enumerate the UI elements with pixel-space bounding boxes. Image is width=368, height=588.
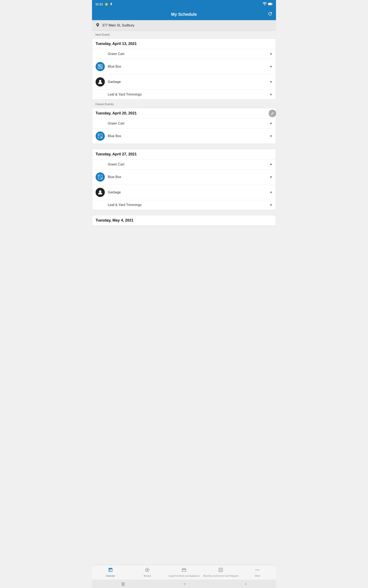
future-event-date-1: Tuesday, April 20, 2021 [92, 108, 276, 119]
edit-button-1[interactable] [269, 110, 276, 117]
svg-point-17 [99, 190, 101, 193]
collection-row-garbage-1[interactable]: Garbage ▼ [92, 74, 276, 90]
event-gap-1 [92, 145, 276, 148]
svg-rect-6 [100, 66, 101, 67]
green-cart-1-label: Green Cart [108, 52, 269, 56]
mic-icon: 🎙 [110, 2, 113, 6]
svg-rect-12 [101, 137, 102, 137]
next-event-label: Next Event [92, 31, 276, 38]
collection-row-leaf-3[interactable]: Leaf & Yard Trimmings ▼ [92, 200, 276, 210]
blue-box-2-label: Blue Box [108, 134, 269, 138]
svg-rect-5 [99, 65, 99, 66]
address-text: 377 Main St, Sudbury [102, 24, 134, 27]
blue-box-3-label: Blue Box [108, 175, 269, 179]
svg-rect-16 [101, 178, 102, 179]
chevron-down-icon: ▼ [269, 191, 272, 194]
collection-row-blue-box-3[interactable]: Blue Box ▼ [92, 170, 276, 185]
svg-rect-14 [99, 175, 99, 176]
future-event-date-2: Tuesday, April 27, 2021 [92, 149, 276, 160]
status-right [263, 2, 273, 6]
status-time: 11:11 [95, 2, 103, 6]
svg-rect-2 [268, 3, 272, 5]
svg-rect-7 [101, 67, 102, 68]
svg-rect-3 [272, 4, 273, 5]
chevron-down-icon: ▼ [269, 52, 272, 56]
collection-row-garbage-3[interactable]: Garbage ▼ [92, 185, 276, 200]
chevron-down-icon: ▼ [269, 203, 272, 207]
collection-row-green-cart-2[interactable]: Green Cart ▼ [92, 119, 276, 128]
collection-row-green-cart-3[interactable]: Green Cart ▼ [92, 160, 276, 170]
svg-rect-11 [100, 136, 101, 136]
collection-row-blue-box-2[interactable]: Blue Box ▼ [92, 128, 276, 144]
collection-row-blue-box-1[interactable]: Blue Box ▼ [92, 59, 276, 74]
future-event-card-2: Tuesday, April 27, 2021 Green Cart ▼ Blu… [92, 149, 276, 210]
main-content: Next Event Tuesday, April 13, 2021 Green… [92, 31, 276, 252]
svg-rect-15 [100, 177, 101, 177]
future-events-label: Future Events [92, 100, 276, 107]
future-event-date-3: Tuesday, May 4, 2021 [92, 215, 276, 226]
garbage-3-label: Garbage [108, 190, 269, 194]
chevron-down-icon: ▼ [269, 175, 272, 179]
location-icon [95, 23, 100, 28]
battery-icon [268, 2, 273, 6]
wifi-icon [263, 2, 267, 6]
next-event-date: Tuesday, April 13, 2021 [92, 39, 276, 49]
chevron-down-icon: ▼ [269, 163, 272, 166]
svg-point-0 [265, 5, 265, 5]
garbage-icon-3 [96, 188, 105, 197]
refresh-button[interactable] [267, 11, 273, 18]
future-event-card-3: Tuesday, May 4, 2021 [92, 215, 276, 226]
status-left: 11:11 ⭐ 🎙 [95, 2, 113, 6]
chevron-down-icon: ▼ [269, 65, 272, 68]
header-title: My Schedule [171, 12, 197, 17]
future-event-card-1: Tuesday, April 20, 2021 Green Cart ▼ [92, 108, 276, 144]
next-event-card: Tuesday, April 13, 2021 Green Cart ▼ Blu… [92, 38, 276, 100]
leaf-yard-3-label: Leaf & Yard Trimmings [108, 203, 269, 207]
app-header: My Schedule [92, 9, 276, 20]
leaf-yard-1-label: Leaf & Yard Trimmings [108, 93, 269, 96]
event-gap-2 [92, 211, 276, 214]
chevron-down-icon: ▼ [269, 134, 272, 138]
chevron-down-icon: ▼ [269, 80, 272, 84]
green-cart-2-label: Green Cart [108, 122, 269, 125]
address-bar: 377 Main St, Sudbury [92, 20, 276, 31]
chevron-down-icon: ▼ [269, 93, 272, 96]
green-cart-3-label: Green Cart [108, 163, 269, 166]
star-icon: ⭐ [105, 2, 108, 6]
svg-point-8 [99, 80, 101, 82]
svg-rect-10 [99, 134, 99, 135]
blue-box-icon-1 [96, 62, 105, 71]
blue-box-icon-2 [96, 131, 105, 141]
status-bar: 11:11 ⭐ 🎙 [92, 0, 276, 9]
blue-box-1-label: Blue Box [108, 65, 269, 68]
garbage-icon-1 [96, 77, 105, 87]
blue-box-icon-3 [96, 172, 105, 182]
collection-row-green-cart-1[interactable]: Green Cart ▼ [92, 49, 276, 59]
garbage-1-label: Garbage [108, 80, 269, 84]
collection-row-leaf-1[interactable]: Leaf & Yard Trimmings ▼ [92, 90, 276, 99]
chevron-down-icon: ▼ [269, 122, 272, 125]
